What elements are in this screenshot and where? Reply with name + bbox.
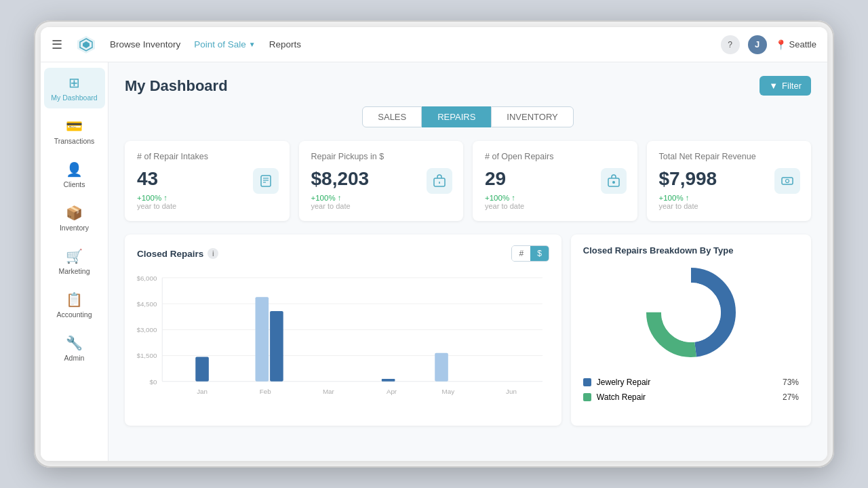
chart-view-toggle: # $	[511, 245, 549, 262]
filter-icon: ▼	[769, 81, 778, 91]
filter-button[interactable]: ▼ Filter	[760, 76, 811, 96]
accounting-icon: 📋	[66, 291, 83, 308]
user-avatar[interactable]: J	[748, 35, 767, 54]
kpi-net-revenue-icon	[774, 168, 800, 194]
help-button[interactable]: ?	[721, 35, 740, 54]
kpi-repair-pickups: Repair Pickups in $ $8,203 +100% ↑ year …	[299, 141, 464, 221]
hamburger-icon[interactable]: ☰	[52, 37, 62, 52]
location-pin-icon: 📍	[775, 39, 787, 50]
jewelry-repair-dot	[583, 378, 591, 386]
svg-text:$0: $0	[150, 378, 157, 386]
main-layout: ⊞ My Dashboard 💳 Transactions 👤 Clients …	[41, 62, 827, 461]
kpi-net-revenue-title: Total Net Repair Revenue	[659, 152, 800, 161]
clients-icon: 👤	[66, 161, 83, 178]
location-selector[interactable]: 📍 Seattle	[775, 39, 816, 50]
kpi-open-repairs-icon	[601, 168, 627, 194]
watch-repair-dot	[583, 393, 591, 401]
chart-info-icon[interactable]: i	[208, 248, 218, 259]
donut-chart-title: Closed Repairs Breakdown By Type	[583, 245, 799, 256]
closed-repairs-chart-card: Closed Repairs i # $ $6,000	[125, 235, 561, 426]
svg-rect-24	[195, 357, 209, 382]
sidebar-item-admin[interactable]: 🔧 Admin	[44, 328, 105, 369]
svg-rect-26	[270, 311, 283, 382]
svg-text:$6,000: $6,000	[137, 274, 157, 282]
svg-point-12	[786, 180, 789, 183]
sidebar-item-dashboard[interactable]: ⊞ My Dashboard	[44, 68, 105, 108]
svg-rect-27	[382, 379, 395, 382]
donut-wrapper: Jewelry Repair 73% Watch Repair	[583, 258, 799, 407]
svg-text:Jun: Jun	[506, 388, 517, 395]
kpi-open-repairs-title: # of Open Repairs	[485, 152, 625, 161]
tab-inventory[interactable]: INVENTORY	[491, 106, 573, 127]
kpi-repair-intakes-title: # of Repair Intakes	[137, 152, 277, 161]
kpi-net-revenue-period: year to date	[659, 202, 800, 210]
svg-text:$4,500: $4,500	[137, 300, 157, 308]
kpi-repair-intakes-period: year to date	[137, 202, 277, 210]
navbar: ☰ Browse Inventory Point of Sale ▼ Repor…	[41, 27, 827, 62]
sidebar-item-transactions[interactable]: 💳 Transactions	[44, 111, 105, 152]
bottom-charts-row: Closed Repairs i # $ $6,000	[125, 235, 811, 426]
page-title: My Dashboard	[125, 77, 228, 95]
svg-rect-25	[256, 297, 269, 382]
tab-sales[interactable]: SALES	[362, 106, 422, 127]
svg-text:May: May	[442, 388, 455, 395]
sidebar: ⊞ My Dashboard 💳 Transactions 👤 Clients …	[41, 62, 108, 461]
kpi-open-repairs-period: year to date	[485, 202, 625, 210]
jewelry-repair-pct: 73%	[783, 378, 799, 387]
kpi-open-repairs: # of Open Repairs 29 +100% ↑ year to dat…	[473, 141, 637, 221]
kpi-repair-pickups-icon	[427, 168, 452, 194]
main-content: My Dashboard ▼ Filter SALES REPAIRS INVE…	[108, 62, 827, 461]
donut-chart-card: Closed Repairs Breakdown By Type	[571, 235, 811, 426]
tab-repairs[interactable]: REPAIRS	[422, 106, 491, 127]
bar-chart-svg: $6,000 $4,500 $3,000 $1,500 $0	[137, 270, 549, 412]
kpi-repair-intakes-icon	[253, 168, 279, 194]
legend-jewelry-repair: Jewelry Repair 73%	[583, 378, 799, 387]
sidebar-item-clients[interactable]: 👤 Clients	[44, 155, 105, 195]
chart-title: Closed Repairs i	[137, 248, 218, 259]
nav-browse-inventory[interactable]: Browse Inventory	[110, 39, 180, 49]
sidebar-item-marketing[interactable]: 🛒 Marketing	[44, 241, 105, 282]
svg-text:Feb: Feb	[260, 388, 271, 395]
svg-text:$1,500: $1,500	[137, 352, 157, 359]
kpi-repair-pickups-change: +100% ↑	[311, 194, 452, 202]
nav-right-actions: ? J 📍 Seattle	[721, 35, 816, 54]
dashboard-tabs: SALES REPAIRS INVENTORY	[125, 106, 811, 127]
donut-svg	[637, 258, 745, 367]
chart-toggle-dollar[interactable]: $	[530, 246, 549, 261]
svg-point-37	[661, 283, 721, 342]
chart-header: Closed Repairs i # $	[137, 245, 549, 262]
svg-text:$3,000: $3,000	[137, 326, 157, 333]
svg-rect-3	[261, 176, 271, 186]
content-header: My Dashboard ▼ Filter	[125, 76, 811, 96]
kpi-repair-pickups-title: Repair Pickups in $	[311, 152, 452, 161]
kpi-net-revenue: Total Net Repair Revenue $7,998 +100% ↑ …	[647, 141, 812, 221]
kpi-open-repairs-change: +100% ↑	[485, 194, 625, 202]
kpi-repair-pickups-period: year to date	[311, 202, 452, 210]
dashboard-icon: ⊞	[68, 75, 80, 91]
kpi-repair-intakes-change: +100% ↑	[137, 194, 277, 202]
app-logo	[76, 35, 96, 55]
nav-reports[interactable]: Reports	[269, 39, 301, 49]
kpi-net-revenue-change: +100% ↑	[659, 194, 800, 202]
kpi-repair-intakes: # of Repair Intakes 43 +100% ↑ year to d…	[125, 141, 290, 221]
nav-point-of-sale[interactable]: Point of Sale ▼	[194, 39, 255, 49]
inventory-icon: 📦	[66, 205, 83, 221]
watch-repair-pct: 27%	[783, 392, 799, 402]
legend-watch-repair: Watch Repair 27%	[583, 392, 799, 402]
marketing-icon: 🛒	[66, 248, 83, 264]
sidebar-item-inventory[interactable]: 📦 Inventory	[44, 198, 105, 239]
svg-point-10	[612, 181, 615, 184]
svg-rect-28	[435, 353, 448, 382]
sidebar-item-accounting[interactable]: 📋 Accounting	[44, 285, 105, 325]
svg-text:Apr: Apr	[387, 388, 397, 395]
svg-text:Jan: Jan	[197, 388, 208, 395]
svg-rect-11	[782, 178, 793, 184]
svg-text:Mar: Mar	[323, 388, 335, 395]
transactions-icon: 💳	[66, 118, 83, 134]
kpi-cards-row: # of Repair Intakes 43 +100% ↑ year to d…	[125, 141, 811, 221]
donut-legend: Jewelry Repair 73% Watch Repair	[583, 378, 799, 407]
chart-toggle-hash[interactable]: #	[512, 246, 530, 261]
admin-icon: 🔧	[66, 335, 83, 351]
